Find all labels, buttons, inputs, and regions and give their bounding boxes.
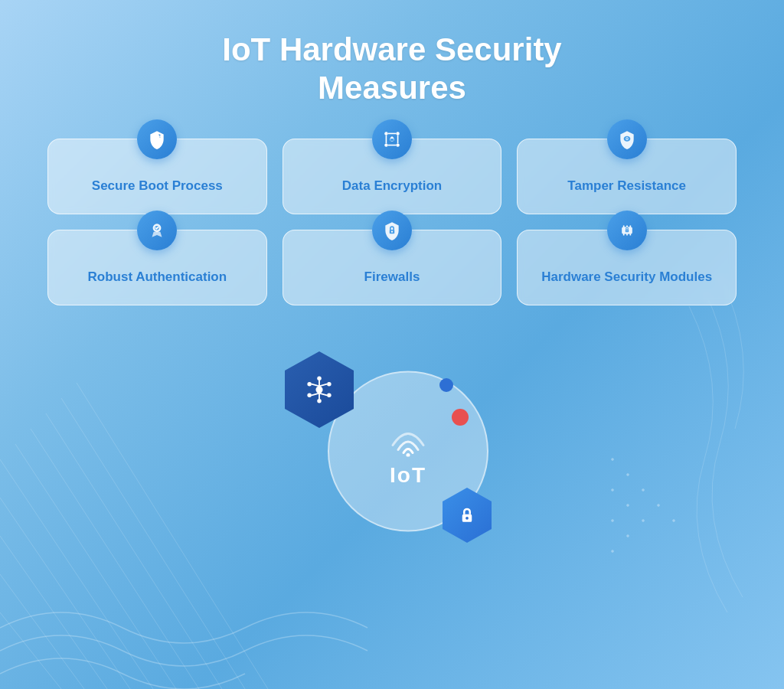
page-title: IoT Hardware Security Measures <box>222 31 561 108</box>
card-hsm-label: Hardware Security Modules <box>541 269 712 286</box>
card-data-encryption: Data Encryption <box>283 139 502 214</box>
lock-hexagon <box>443 488 492 543</box>
svg-rect-24 <box>155 140 156 141</box>
svg-line-60 <box>312 393 319 396</box>
card-tamper-resistance-label: Tamper Resistance <box>567 178 686 194</box>
card-data-encryption-label: Data Encryption <box>342 178 442 194</box>
robust-auth-icon <box>137 211 177 250</box>
svg-point-66 <box>466 517 469 520</box>
svg-line-9 <box>0 612 61 689</box>
hsm-icon <box>607 211 647 250</box>
card-secure-boot-label: Secure Boot Process <box>92 178 223 194</box>
main-content: IoT Hardware Security Measures Secure Bo… <box>0 0 784 573</box>
svg-point-54 <box>307 393 312 398</box>
svg-rect-21 <box>155 137 160 140</box>
svg-rect-22 <box>155 136 156 136</box>
svg-line-61 <box>319 393 327 396</box>
blue-dot <box>439 378 453 392</box>
red-dot <box>452 409 469 426</box>
card-robust-auth-label: Robust Authentication <box>88 269 227 286</box>
card-firewalls-label: Firewalls <box>364 269 420 286</box>
svg-point-51 <box>315 386 322 393</box>
secure-boot-icon <box>137 119 177 159</box>
svg-point-57 <box>317 399 322 403</box>
svg-point-26 <box>384 132 387 135</box>
card-tamper-resistance: Tamper Resistance <box>517 139 737 214</box>
svg-point-56 <box>317 377 322 381</box>
cards-grid: Secure Boot Process <box>47 139 737 305</box>
card-robust-auth: Robust Authentication <box>47 230 267 305</box>
firewalls-icon <box>372 211 412 250</box>
svg-point-27 <box>396 132 399 135</box>
svg-point-50 <box>626 230 627 231</box>
svg-point-53 <box>327 382 332 387</box>
svg-point-64 <box>407 453 410 457</box>
network-hexagon <box>285 351 354 428</box>
iot-label: IoT <box>390 463 426 488</box>
svg-point-36 <box>626 138 628 139</box>
svg-rect-23 <box>158 136 158 136</box>
svg-line-8 <box>0 574 84 689</box>
tamper-resistance-icon <box>607 119 647 159</box>
svg-point-29 <box>396 143 399 146</box>
svg-point-55 <box>327 393 332 398</box>
svg-rect-35 <box>390 139 394 141</box>
card-firewalls: Firewalls <box>283 230 502 305</box>
card-secure-boot: Secure Boot Process <box>47 139 267 214</box>
svg-line-58 <box>312 384 319 387</box>
svg-line-59 <box>319 384 327 387</box>
svg-rect-25 <box>158 140 158 141</box>
card-hsm: Hardware Security Modules <box>517 230 737 305</box>
svg-point-40 <box>391 230 393 232</box>
data-encryption-icon <box>372 119 412 159</box>
bottom-illustration: IoT <box>239 336 545 550</box>
svg-point-28 <box>384 143 387 146</box>
svg-point-52 <box>307 382 312 387</box>
